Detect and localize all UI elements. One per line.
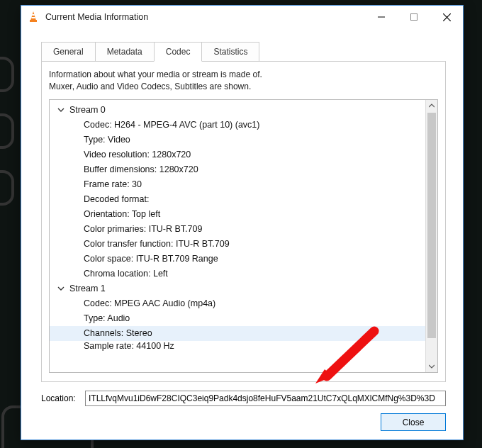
svg-rect-1 (30, 20, 37, 22)
close-window-button[interactable] (430, 6, 463, 28)
panel-description: Information about what your media or str… (49, 69, 438, 94)
scroll-thumb[interactable] (427, 113, 436, 338)
titlebar[interactable]: Current Media Information (21, 6, 463, 28)
tree-item[interactable]: Color transfer function: ITU-R BT.709 (50, 237, 425, 252)
tab-metadata[interactable]: Metadata (95, 42, 155, 62)
location-label: Location: (41, 393, 85, 403)
svg-marker-0 (30, 11, 36, 21)
tree-item[interactable]: Codec: MPEG AAC Audio (mp4a) (50, 296, 425, 311)
codec-tree-container: Stream 0 Codec: H264 - MPEG-4 AVC (part … (49, 99, 438, 373)
tree-stream-1[interactable]: Stream 1 (50, 281, 425, 296)
media-information-window: Current Media Information General Metada… (21, 5, 464, 440)
tree-item[interactable]: Type: Audio (50, 311, 425, 326)
tab-statistics[interactable]: Statistics (201, 42, 259, 62)
tab-codec[interactable]: Codec (154, 42, 203, 62)
tree-stream-0[interactable]: Stream 0 (50, 103, 425, 118)
scroll-down-button[interactable] (426, 360, 437, 372)
tree-item[interactable]: Color primaries: ITU-R BT.709 (50, 222, 425, 237)
tree-item[interactable]: Chroma location: Left (50, 267, 425, 281)
minimize-button[interactable] (365, 6, 398, 28)
tree-item[interactable]: Codec: H264 - MPEG-4 AVC (part 10) (avc1… (50, 118, 425, 133)
tab-general[interactable]: General (41, 42, 96, 62)
tree-label: Stream 0 (69, 105, 106, 115)
tree-item[interactable]: Type: Video (50, 133, 425, 147)
tree-item[interactable]: Frame rate: 30 (50, 177, 425, 192)
close-button[interactable]: Close (381, 413, 446, 431)
tree-item[interactable]: Orientation: Top left (50, 207, 425, 222)
description-line: Muxer, Audio and Video Codecs, Subtitles… (49, 81, 438, 93)
codec-panel: Information about what your media or str… (41, 61, 446, 382)
dialog-buttons: Close (41, 413, 446, 431)
tree-item-selected[interactable]: Channels: Stereo (50, 326, 425, 341)
tree-label: Stream 1 (69, 284, 106, 293)
description-line: Information about what your media or str… (49, 69, 438, 81)
window-title: Current Media Information (45, 12, 365, 22)
vertical-scrollbar[interactable] (425, 100, 437, 372)
window-body: General Metadata Codec Statistics Inform… (21, 28, 463, 439)
svg-rect-3 (31, 17, 35, 18)
vlc-icon (27, 11, 40, 23)
tree-item[interactable]: Color space: ITU-R BT.709 Range (50, 252, 425, 267)
location-input[interactable] (85, 391, 446, 406)
background-shape (0, 113, 14, 149)
tree-item[interactable]: Sample rate: 44100 Hz (50, 341, 425, 352)
tab-strip: General Metadata Codec Statistics (41, 41, 446, 61)
codec-tree[interactable]: Stream 0 Codec: H264 - MPEG-4 AVC (part … (50, 100, 425, 352)
background-shape (0, 170, 14, 206)
scroll-up-button[interactable] (426, 100, 437, 112)
chevron-down-icon (57, 284, 65, 293)
tree-item[interactable]: Buffer dimensions: 1280x720 (50, 162, 425, 177)
chevron-down-icon (57, 106, 65, 114)
background-shape (0, 57, 14, 92)
tree-item[interactable]: Decoded format: (50, 192, 425, 207)
window-buttons (365, 6, 463, 28)
location-row: Location: (41, 391, 446, 406)
tree-item[interactable]: Video resolution: 1280x720 (50, 147, 425, 162)
maximize-button[interactable] (398, 6, 430, 28)
svg-rect-2 (32, 14, 35, 16)
svg-rect-5 (411, 14, 417, 21)
